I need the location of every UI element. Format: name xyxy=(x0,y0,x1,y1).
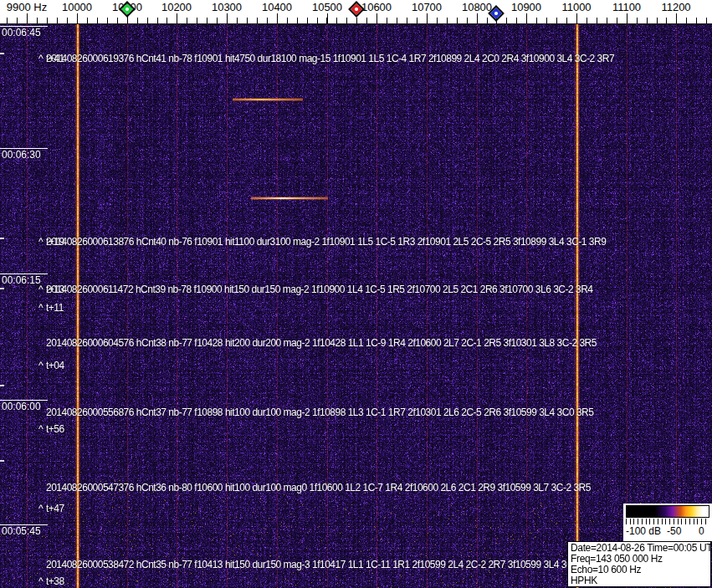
freq-minor-tick xyxy=(87,18,88,23)
freq-minor-tick xyxy=(397,18,397,23)
left-edge-tick xyxy=(0,288,4,289)
freq-minor-tick xyxy=(287,18,288,23)
freq-minor-tick xyxy=(627,18,627,23)
freq-minor-tick xyxy=(467,18,468,23)
freq-minor-tick xyxy=(277,18,278,23)
time-axis-label: 00:06:45 xyxy=(0,26,48,38)
freq-major-tick xyxy=(327,13,328,23)
freq-minor-tick xyxy=(706,18,707,23)
freq-minor-tick xyxy=(607,18,607,23)
freq-minor-tick xyxy=(696,18,697,23)
freq-minor-tick xyxy=(457,18,458,23)
freq-minor-tick xyxy=(326,18,327,23)
meteor-echo-spectrogram-window: 9900 Hz100001010010200103001040010500106… xyxy=(0,0,712,588)
freq-minor-tick xyxy=(317,18,318,23)
detection-log-line: 20140826000547376 hCnt36 nb-80 f10600 hi… xyxy=(46,483,591,493)
freq-label: 10500 xyxy=(312,1,342,13)
freq-minor-tick xyxy=(546,18,547,23)
freq-label: 9900 Hz xyxy=(7,1,47,13)
freq-minor-tick xyxy=(487,18,488,23)
freq-minor-tick xyxy=(7,18,8,23)
freq-minor-tick xyxy=(447,18,448,23)
time-axis-label: 00:06:00 xyxy=(0,400,48,412)
detection-log-line: 20140826000619376 hCnt41 nb-78 f10901 hi… xyxy=(46,54,614,64)
freq-minor-tick xyxy=(536,18,537,23)
freq-label: 10900 xyxy=(511,1,541,13)
freq-minor-tick xyxy=(137,18,138,23)
freq-minor-tick xyxy=(506,18,507,23)
freq-label: 10700 xyxy=(412,1,442,13)
freq-label: 10300 xyxy=(212,1,242,13)
detection-log-line: 20140826000538472 hCnt35 nb-77 f10413 hi… xyxy=(46,560,578,570)
freq-minor-tick xyxy=(657,18,658,23)
detection-log-line: 20140826000556876 hCnt37 nb-77 f10898 hi… xyxy=(46,407,593,418)
freq-minor-tick xyxy=(526,18,527,23)
freq-minor-tick xyxy=(566,18,567,23)
freq-minor-tick xyxy=(187,18,187,23)
freq-minor-tick xyxy=(147,18,148,23)
time-caret-icon: ^ xyxy=(38,504,43,514)
freq-minor-tick xyxy=(247,18,248,23)
time-caret-icon: ^ xyxy=(38,284,43,295)
time-marker-label: t+38 xyxy=(46,576,64,587)
db-label-mid: -50 xyxy=(667,525,681,537)
freq-minor-tick xyxy=(366,18,367,23)
freq-minor-tick xyxy=(177,18,177,23)
freq-minor-tick xyxy=(257,18,258,23)
db-label-max: 0 xyxy=(699,525,704,537)
freq-minor-tick xyxy=(356,18,357,23)
freq-minor-tick xyxy=(107,18,108,23)
color-gradient-bar xyxy=(626,505,709,518)
db-label-min: -100 dB xyxy=(626,525,661,537)
freq-minor-tick xyxy=(676,18,677,23)
time-marker-label: t+11 xyxy=(46,303,64,314)
freq-minor-tick xyxy=(597,18,597,23)
frequency-ruler: 9900 Hz100001010010200103001040010500106… xyxy=(0,0,712,24)
freq-minor-tick xyxy=(166,18,167,23)
freq-minor-tick xyxy=(376,18,377,23)
freq-minor-tick xyxy=(637,18,638,23)
time-caret-icon: ^ xyxy=(38,424,43,435)
time-marker-label: t+19 xyxy=(46,237,64,248)
freq-minor-tick xyxy=(407,18,407,23)
freq-minor-tick xyxy=(197,18,197,23)
freq-label: 10800 xyxy=(462,1,492,13)
freq-minor-tick xyxy=(297,18,298,23)
freq-minor-tick xyxy=(666,18,667,23)
freq-minor-tick xyxy=(37,18,38,23)
freq-minor-tick xyxy=(207,18,207,23)
freq-minor-tick xyxy=(477,18,478,23)
status-station-id: HPHK xyxy=(571,575,710,586)
freq-minor-tick xyxy=(67,18,68,23)
detection-log-line: 20140826000604576 hCnt38 nb-77 f10428 hi… xyxy=(46,338,597,349)
freq-minor-tick xyxy=(117,18,118,23)
freq-label: 11200 xyxy=(661,1,690,13)
freq-minor-tick xyxy=(217,18,218,23)
freq-minor-tick xyxy=(267,18,268,23)
left-edge-tick xyxy=(0,460,4,462)
freq-minor-tick xyxy=(237,18,238,23)
time-caret-icon: ^ xyxy=(38,237,43,248)
db-scale-ticks xyxy=(626,519,709,524)
freq-minor-tick xyxy=(307,18,308,23)
left-edge-tick xyxy=(0,385,4,386)
freq-minor-tick xyxy=(556,18,557,23)
freq-label: 10400 xyxy=(262,1,292,13)
freq-minor-tick xyxy=(157,18,158,23)
freq-minor-tick xyxy=(576,18,577,23)
detection-log-line: 20140826000611472 hCnt39 nb-78 f10900 hi… xyxy=(46,284,593,295)
left-edge-tick xyxy=(0,238,4,239)
freq-minor-tick xyxy=(57,18,58,23)
time-caret-icon: ^ xyxy=(38,303,43,314)
freq-minor-tick xyxy=(647,18,648,23)
freq-minor-tick xyxy=(437,18,438,23)
freq-label: 10200 xyxy=(161,1,192,13)
freq-minor-tick xyxy=(516,18,517,23)
time-marker-label: t+56 xyxy=(46,424,64,435)
time-marker-label: t+41 xyxy=(46,54,64,64)
spectrogram-canvas[interactable] xyxy=(0,23,712,588)
freq-minor-tick xyxy=(27,18,28,23)
time-marker-label: t+47 xyxy=(46,504,64,514)
time-caret-icon: ^ xyxy=(38,54,43,64)
freq-label: 11100 xyxy=(612,1,641,13)
